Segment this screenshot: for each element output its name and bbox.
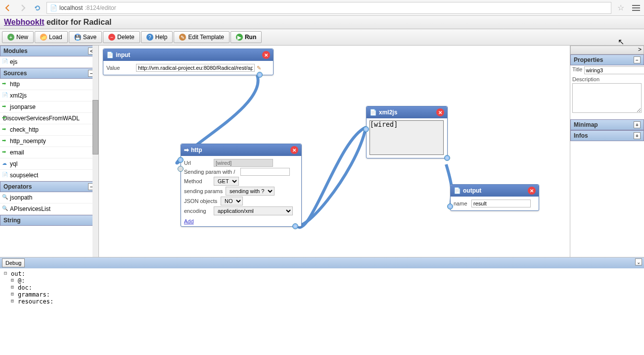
module-ejs[interactable]: ejs: [0, 56, 98, 68]
disk-icon: 💾: [74, 34, 81, 41]
tree-out[interactable]: out:: [4, 270, 640, 277]
reload-button[interactable]: [32, 2, 44, 14]
input-port[interactable]: [363, 126, 369, 132]
output-icon: 📄: [454, 187, 461, 194]
save-button[interactable]: 💾Save: [69, 31, 102, 43]
new-button[interactable]: +New: [2, 31, 34, 43]
plus-icon: +: [7, 34, 14, 41]
op-apilist[interactable]: APIservicesList: [0, 203, 98, 215]
input-port[interactable]: [178, 157, 184, 163]
source-httpnoempty[interactable]: http_noempty: [0, 136, 98, 147]
node-xml2js[interactable]: 📄 xml2js ✕ [wired]: [366, 106, 448, 158]
description-field[interactable]: [572, 83, 642, 113]
debug-header: Debug ⌄: [0, 257, 644, 268]
debug-panel: Debug ⌄ out: @: doc: grammars: resources…: [0, 257, 644, 355]
node-header[interactable]: ➡ http ✕: [181, 144, 301, 156]
output-port[interactable]: [444, 155, 450, 161]
back-button[interactable]: [2, 2, 14, 14]
source-xml2js[interactable]: xml2js: [0, 90, 98, 101]
url-host: localhost: [59, 4, 83, 11]
page-header: WebhookIt editor for Radical: [0, 16, 644, 29]
title-field[interactable]: [584, 66, 644, 74]
xml-icon: 📄: [369, 109, 377, 116]
webhookit-link[interactable]: WebhookIt: [4, 18, 44, 26]
debug-tree: out: @: doc: grammars: resources:: [0, 268, 644, 355]
scrollbar[interactable]: [92, 46, 98, 257]
minimap-header[interactable]: Minimap+: [570, 119, 644, 130]
page-icon: 📄: [50, 4, 57, 11]
source-discover[interactable]: DiscoverServicesFromWADL: [0, 113, 98, 124]
node-input[interactable]: 📄 input ✕ Value ✎: [103, 49, 274, 75]
menu-icon[interactable]: [630, 3, 642, 13]
tree-doc[interactable]: doc:: [11, 284, 640, 291]
source-yql[interactable]: yql: [0, 158, 98, 170]
source-http[interactable]: http: [0, 79, 98, 90]
operators-header[interactable]: Operators−: [0, 181, 98, 192]
sending-params-select[interactable]: sending with ?: [226, 187, 275, 196]
main-area: Modules< ejs Sources− http xml2js jsonpa…: [0, 46, 644, 257]
url-bar[interactable]: 📄 localhost:8124/editor: [46, 2, 611, 14]
node-output[interactable]: 📄 output ✕ name: [450, 184, 539, 211]
tree-at[interactable]: @:: [11, 277, 640, 284]
edit-template-button[interactable]: ✎Edit Template: [174, 31, 230, 43]
input-port-2[interactable]: [178, 166, 184, 172]
load-button[interactable]: 📁Load: [35, 31, 68, 43]
delete-button[interactable]: −Delete: [103, 31, 140, 43]
string-header[interactable]: String: [0, 215, 98, 226]
input-port[interactable]: [447, 203, 453, 209]
source-jsonparse[interactable]: jsonparse: [0, 101, 98, 113]
expand-icon[interactable]: +: [634, 121, 641, 128]
help-button[interactable]: ?Help: [141, 31, 173, 43]
source-checkhttp[interactable]: check_http: [0, 124, 98, 136]
op-jsonpath[interactable]: jsonpath: [0, 192, 98, 203]
value-label: Value: [106, 65, 134, 71]
expand-icon[interactable]: +: [634, 132, 641, 139]
browser-toolbar: 📄 localhost:8124/editor ☆: [0, 0, 644, 16]
json-label: JSON objects: [184, 198, 219, 204]
bookmark-star-icon[interactable]: ☆: [614, 3, 627, 12]
run-button[interactable]: ▶Run: [230, 31, 262, 43]
chevron-down-icon[interactable]: ⌄: [635, 258, 642, 265]
output-port[interactable]: [292, 223, 298, 229]
url-path: :8124/editor: [85, 4, 116, 11]
add-link[interactable]: Add: [184, 216, 194, 224]
output-name-field[interactable]: [471, 200, 531, 207]
encoding-select[interactable]: application/xml: [214, 206, 293, 215]
source-email[interactable]: email: [0, 147, 98, 158]
input-icon: 📄: [106, 51, 114, 58]
url-label: Url: [184, 160, 212, 166]
tree-resources[interactable]: resources:: [11, 298, 640, 305]
output-port[interactable]: [257, 72, 263, 78]
modules-header[interactable]: Modules<: [0, 46, 98, 56]
debug-button[interactable]: Debug: [2, 258, 25, 267]
close-icon[interactable]: ✕: [436, 108, 444, 116]
method-select[interactable]: GET: [214, 177, 239, 186]
json-select[interactable]: NO: [221, 197, 243, 205]
node-header[interactable]: 📄 output ✕: [451, 185, 539, 197]
sending-param-field[interactable]: [240, 168, 290, 176]
sources-header[interactable]: Sources−: [0, 68, 98, 79]
toolbar: +New 📁Load 💾Save −Delete ?Help ✎Edit Tem…: [0, 29, 644, 46]
wires-layer: [99, 46, 570, 257]
folder-icon: 📁: [40, 34, 47, 41]
infos-header[interactable]: Infos+: [570, 130, 644, 141]
source-soupselect[interactable]: soupselect: [0, 170, 98, 181]
canvas[interactable]: 📄 input ✕ Value ✎ ➡ http ✕ Url: [99, 46, 570, 257]
close-icon[interactable]: ✕: [290, 146, 298, 154]
node-http[interactable]: ➡ http ✕ Url Sending param with / Method…: [181, 144, 302, 227]
properties-header[interactable]: Properties−: [570, 54, 644, 65]
input-value-field[interactable]: [136, 64, 255, 72]
xml2js-textarea: [wired]: [369, 120, 444, 155]
forward-button[interactable]: [17, 2, 29, 14]
node-header[interactable]: 📄 xml2js ✕: [367, 106, 447, 118]
sending-param-label: Sending param with /: [184, 169, 238, 175]
collapse-icon[interactable]: −: [634, 56, 641, 63]
node-header[interactable]: 📄 input ✕: [103, 49, 273, 61]
close-icon[interactable]: ✕: [528, 187, 536, 195]
tree-grammars[interactable]: grammars:: [11, 291, 640, 298]
right-panel: > Properties− Title Description Minimap+…: [570, 46, 644, 257]
pencil-icon[interactable]: ✎: [257, 65, 261, 71]
play-icon: ▶: [236, 34, 243, 41]
collapse-right[interactable]: >: [570, 46, 644, 54]
close-icon[interactable]: ✕: [262, 51, 270, 59]
